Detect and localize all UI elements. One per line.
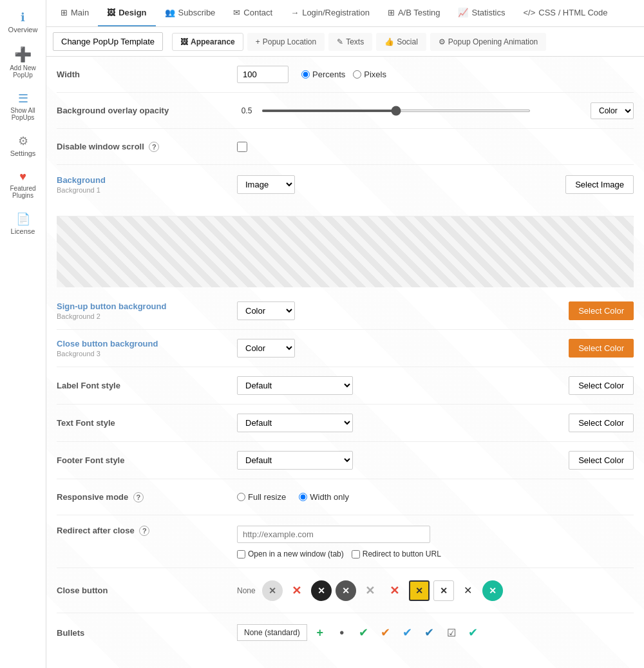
opacity-slider[interactable]	[261, 110, 531, 112]
close-btn-x-white-box[interactable]: ✕	[433, 580, 454, 601]
sub-toolbar: Change PopUp Template 🖼 Appearance + Pop…	[46, 27, 644, 57]
sub-tab-popup-location[interactable]: + Popup Location	[247, 33, 325, 51]
close-btn-x-black-circle[interactable]: ✕	[311, 580, 332, 601]
signup-select-color-button[interactable]: Select Color	[569, 301, 634, 320]
close-btn-options: None ✕ ✕ ✕ ✕ ✕ ✕	[237, 580, 503, 601]
percents-radio[interactable]	[301, 70, 310, 79]
bullet-checkbox[interactable]: ☑	[442, 624, 460, 642]
pixels-radio-label[interactable]: Pixels	[353, 70, 386, 79]
close-bg-label: Close button background	[57, 339, 158, 348]
select-image-button[interactable]: Select Image	[565, 175, 634, 194]
sidebar-item-overview[interactable]: ℹ Overview	[0, 5, 46, 39]
text-font-select[interactable]: Default	[237, 414, 353, 432]
label-font-row: Label Font style Default Select Color	[57, 367, 634, 405]
bullets-label: Bullets	[57, 628, 84, 638]
sidebar-item-featured[interactable]: ♥ Featured Plugins	[0, 165, 46, 204]
bullet-check-blue2[interactable]: ✔	[421, 624, 439, 642]
text-font-color-button[interactable]: Select Color	[569, 414, 634, 432]
close-btn-x-red[interactable]: ✕	[287, 580, 307, 601]
label-font-color-button[interactable]: Select Color	[569, 376, 634, 395]
info-icon: ℹ	[21, 10, 25, 24]
tab-contact[interactable]: ✉ Contact	[224, 0, 281, 26]
css-tab-icon: </>	[524, 8, 536, 17]
footer-font-color-button[interactable]: Select Color	[569, 451, 634, 470]
tab-design[interactable]: 🖼 Design	[98, 0, 155, 26]
full-resize-radio[interactable]	[237, 493, 245, 501]
close-bg-row: Close button background Background 3 Col…	[57, 330, 634, 367]
sub-tab-social[interactable]: 👍 Social	[376, 33, 426, 51]
tab-statistics[interactable]: 📈 Statistics	[449, 0, 514, 26]
tab-login[interactable]: → Login/Registration	[281, 0, 379, 26]
close-btn-x-gray-light[interactable]: ✕	[360, 580, 381, 601]
tab-main[interactable]: ⊞ Main	[52, 0, 98, 26]
disable-scroll-help-icon[interactable]: ?	[149, 142, 159, 152]
bullet-check-orange[interactable]: ✔	[377, 624, 395, 642]
redirect-help-icon[interactable]: ?	[139, 526, 149, 536]
redirect-label-col: Redirect after close ?	[57, 526, 237, 536]
close-btn-x-plain-dark[interactable]: ✕	[458, 580, 478, 601]
gear-icon: ⚙	[18, 134, 28, 148]
design-tab-icon: 🖼	[107, 8, 115, 17]
close-select-color-button[interactable]: Select Color	[569, 339, 634, 358]
close-button-label-col: Close button	[57, 586, 237, 595]
disable-scroll-checkbox[interactable]	[237, 142, 247, 152]
text-font-label-col: Text Font style	[57, 418, 237, 428]
ab-tab-icon: ⊞	[388, 8, 395, 17]
signup-bg-label-col: Sign-up button background Background 2	[57, 301, 237, 320]
text-font-action: Select Color	[531, 414, 634, 432]
close-button-control: None ✕ ✕ ✕ ✕ ✕ ✕	[237, 580, 634, 601]
color-dropdown[interactable]: Color	[591, 102, 634, 119]
percents-radio-label[interactable]: Percents	[301, 70, 345, 79]
close-btn-x-teal-circle[interactable]: ✕	[482, 580, 503, 601]
bg-overlay-row: Background overlay opacity 0.5 Color	[57, 93, 634, 129]
pixels-radio[interactable]	[353, 70, 361, 79]
width-input[interactable]	[237, 66, 289, 83]
change-template-button[interactable]: Change PopUp Template	[53, 32, 163, 51]
social-tab-icon: 👍	[384, 37, 394, 46]
sub-tab-animation[interactable]: ⚙ Popup Opening Animation	[430, 33, 546, 51]
sidebar-item-show-all[interactable]: ☰ Show All PopUps	[0, 86, 46, 126]
redirect-url-input[interactable]	[237, 526, 430, 543]
redirect-button-url-checkbox[interactable]	[352, 550, 360, 558]
sidebar-item-settings[interactable]: ⚙ Settings	[0, 129, 46, 162]
signup-bg-type-select[interactable]: Color	[237, 301, 295, 320]
open-new-window-checkbox[interactable]	[237, 550, 245, 558]
width-label-col: Width	[57, 70, 237, 79]
footer-font-select[interactable]: Default	[237, 451, 353, 470]
close-btn-x-yellow-box[interactable]: ✕	[409, 580, 430, 601]
disable-scroll-label-col: Disable window scroll ?	[57, 142, 237, 152]
width-control: Percents Pixels	[237, 66, 634, 83]
bullet-check-teal[interactable]: ✔	[464, 624, 482, 642]
sidebar-item-license[interactable]: 📄 License	[0, 207, 46, 240]
sidebar-item-label: Featured Plugins	[3, 185, 43, 199]
sub-tab-texts[interactable]: ✎ Texts	[328, 33, 372, 51]
bullets-options: None (standard) + • ✔ ✔ ✔	[237, 624, 482, 642]
bullet-plus-green[interactable]: +	[311, 624, 329, 642]
close-btn-x-red2[interactable]: ✕	[384, 580, 405, 601]
close-btn-x-dark-circle[interactable]: ✕	[336, 580, 356, 601]
background-preview-area	[57, 216, 634, 287]
tab-ab-testing[interactable]: ⊞ A/B Testing	[379, 0, 450, 26]
bullet-dot[interactable]: •	[333, 624, 351, 642]
tab-subscribe[interactable]: 👥 Subscribe	[156, 0, 225, 26]
responsive-help-icon[interactable]: ?	[133, 492, 144, 502]
close-bg-type-select[interactable]: Color	[237, 339, 295, 358]
sidebar-item-label: Settings	[10, 149, 36, 157]
background-type-select[interactable]: Image	[237, 175, 295, 194]
responsive-mode-label: Responsive mode ?	[57, 492, 144, 502]
width-only-radio[interactable]	[299, 493, 307, 501]
close-btn-x-gray-circle[interactable]: ✕	[262, 580, 283, 601]
label-font-select[interactable]: Default	[237, 376, 353, 395]
top-nav: ⊞ Main 🖼 Design 👥 Subscribe ✉ Contact → …	[46, 0, 644, 27]
tab-css-html[interactable]: </> CSS / HTML Code	[515, 0, 617, 26]
sub-tab-appearance[interactable]: 🖼 Appearance	[172, 33, 243, 51]
close-bg-control: Color	[237, 339, 531, 358]
width-only-option[interactable]: Width only	[299, 492, 349, 502]
sidebar-item-add-new[interactable]: ➕ Add New PopUp	[0, 41, 46, 84]
bullets-none-label[interactable]: None (standard)	[237, 624, 307, 641]
bg-overlay-control: 0.5	[237, 106, 531, 115]
bullet-check-green[interactable]: ✔	[355, 624, 373, 642]
sidebar-item-label: License	[11, 227, 35, 235]
full-resize-option[interactable]: Full resize	[237, 492, 286, 502]
bullet-check-blue[interactable]: ✔	[399, 624, 417, 642]
